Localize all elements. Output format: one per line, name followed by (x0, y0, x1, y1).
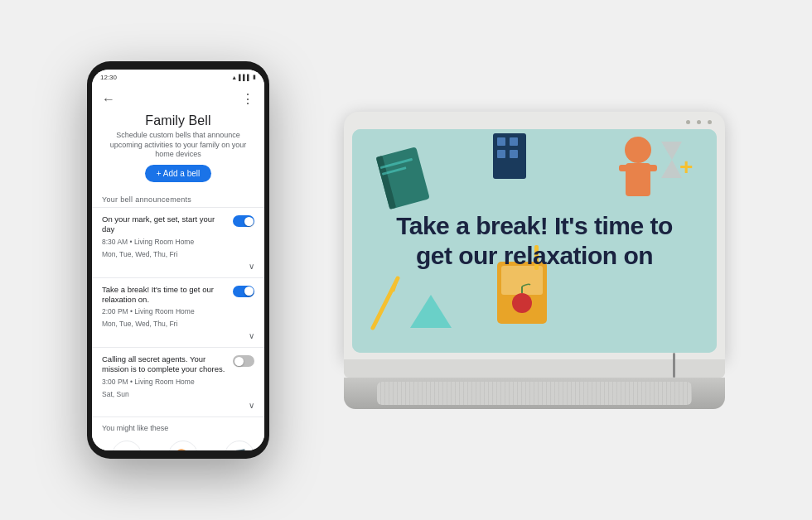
phone-device: 12:30 ▲ ▌▌▌ ▮ ← ⋮ Family Bell (87, 61, 269, 459)
cable (673, 353, 675, 378)
more-button[interactable]: ⋮ (241, 91, 254, 107)
bell-days-3: Sat, Sun (102, 390, 254, 400)
display-body: + (344, 112, 725, 359)
add-bell-button[interactable]: + Add a bell (145, 165, 212, 182)
chevron-down-icon-3[interactable]: ∨ (249, 401, 254, 410)
display-screen: + (352, 129, 717, 353)
bell-title-2: Take a break! It's time to get our relax… (102, 285, 233, 306)
suggestion-card-2: 🎨 Let's get artsy fartsy, and do somethi… (158, 441, 208, 450)
back-button[interactable]: ← (102, 92, 115, 107)
bell-toggle-2[interactable] (233, 286, 254, 297)
display-stand-base (344, 378, 725, 409)
smart-display: + (344, 112, 725, 409)
screen-text-overlay: Take a break! It's time to get our relax… (352, 129, 717, 353)
wifi-icon: ▲ (231, 75, 237, 80)
dot-2 (697, 120, 701, 124)
bell-days-1: Mon, Tue, Wed, Thu, Fri (102, 250, 254, 260)
bell-item-2: Take a break! It's time to get our relax… (92, 277, 264, 347)
scene: 12:30 ▲ ▌▌▌ ▮ ← ⋮ Family Bell (0, 0, 812, 520)
bell-item-3: Calling all secret agents. Your mission … (92, 347, 264, 416)
display-top-bar (352, 120, 717, 124)
phone-header: ← ⋮ (92, 84, 264, 110)
bell-toggle-3[interactable] (233, 355, 254, 367)
dot-1 (686, 120, 690, 124)
status-time: 12:30 (100, 74, 117, 81)
bell-time-3: 3:00 PM • Living Room Home (102, 378, 254, 388)
phone-content: ← ⋮ Family Bell Schedule custom bells th… (92, 84, 264, 450)
suggestions-row: ♡ Hear that chime? That means its family… (92, 436, 264, 450)
phone-wrapper: 12:30 ▲ ▌▌▌ ▮ ← ⋮ Family Bell (87, 61, 269, 459)
message-line1: Take a break! It's time to (396, 212, 673, 239)
music-icon: 🎵 (225, 441, 254, 450)
dot-3 (708, 120, 712, 124)
screen-content: + (352, 129, 717, 353)
title-section: Family Bell Schedule custom bells that a… (92, 110, 264, 189)
suggestion-card-1: ♡ Hear that chime? That means its family… (102, 441, 152, 450)
display-stand-neck (344, 359, 725, 378)
chevron-down-icon-1[interactable]: ∨ (249, 262, 254, 271)
nest-display: + (344, 112, 725, 409)
bell-item-1: On your mark, get set, start your day 8:… (92, 207, 264, 277)
announcements-label: Your bell announcements (92, 189, 264, 207)
suggestion-card-3: 🎵 Cru... (215, 441, 264, 450)
page-title: Family Bell (105, 113, 251, 128)
suggestions-label: You might like these (92, 416, 264, 436)
heart-icon: ♡ (112, 441, 142, 450)
art-icon: 🎨 (168, 441, 198, 450)
page-subtitle: Schedule custom bells that announce upco… (105, 131, 251, 160)
bell-title-1: On your mark, get set, start your day (102, 214, 233, 235)
phone-screen: 12:30 ▲ ▌▌▌ ▮ ← ⋮ Family Bell (92, 70, 264, 450)
bell-time-2: 2:00 PM • Living Room Home (102, 307, 254, 317)
status-icons: ▲ ▌▌▌ ▮ (231, 74, 256, 80)
display-message: Take a break! It's time to get our relax… (371, 211, 698, 271)
bell-time-1: 8:30 AM • Living Room Home (102, 238, 254, 248)
chevron-down-icon-2[interactable]: ∨ (249, 331, 254, 340)
battery-icon: ▮ (253, 74, 256, 80)
signal-icon: ▌▌▌ (239, 75, 251, 80)
bell-title-3: Calling all secret agents. Your mission … (102, 354, 233, 375)
message-line2: get our relaxation on (416, 242, 653, 269)
stand-fabric (377, 382, 692, 405)
bell-toggle-1[interactable] (233, 215, 254, 227)
status-bar: 12:30 ▲ ▌▌▌ ▮ (92, 70, 264, 84)
bell-days-2: Mon, Tue, Wed, Thu, Fri (102, 320, 254, 330)
